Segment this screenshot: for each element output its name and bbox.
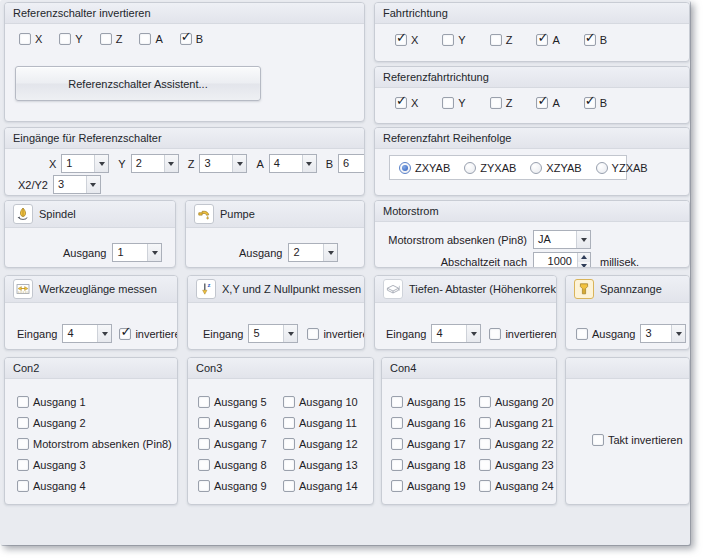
checkbox-fahrt-a[interactable]: A bbox=[536, 34, 559, 46]
select-spindel-ausgang[interactable]: 1 bbox=[112, 243, 162, 262]
checkbox-con2-ausgang-3[interactable]: Ausgang 3 bbox=[17, 459, 177, 471]
select-nullpunkt-eingang[interactable]: 5 bbox=[248, 324, 298, 343]
checkbox-con4-ausgang-23[interactable]: Ausgang 23 bbox=[479, 459, 554, 471]
checkbox-con3-ausgang-12[interactable]: Ausgang 12 bbox=[283, 438, 358, 450]
checkbox-reffahrt-b[interactable]: B bbox=[584, 97, 607, 109]
group-title: Referenzfahrt Reihenfolge bbox=[383, 132, 511, 144]
group-con4: Con4 Ausgang 15 Ausgang 16 Ausgang 17 Au… bbox=[381, 357, 557, 505]
checkbox-con4-ausgang-21[interactable]: Ausgang 21 bbox=[479, 417, 554, 429]
checkbox-con2-motorstrom-absenken[interactable]: Motorstrom absenken (Pin8) bbox=[17, 438, 177, 450]
dropdown-arrow-icon bbox=[164, 155, 178, 172]
checkbox-refinv-y[interactable]: Y bbox=[59, 33, 82, 45]
checkbox-spannzange[interactable]: Ausgang bbox=[576, 328, 635, 340]
dropdown-arrow-icon bbox=[671, 325, 685, 342]
select-eingang-y[interactable]: 2 bbox=[131, 154, 179, 173]
checkbox-label: X bbox=[35, 33, 42, 45]
select-werkzeug-eingang[interactable]: 4 bbox=[62, 324, 112, 343]
select-value: 3 bbox=[54, 176, 86, 193]
select-motorstrom-absenken[interactable]: JA bbox=[533, 230, 591, 249]
select-eingang-x2y2[interactable]: 3 bbox=[53, 175, 101, 194]
field-label: Eingang bbox=[17, 328, 57, 340]
group-motorstrom: Motorstrom Motorstrom absenken (Pin8) JA… bbox=[374, 200, 690, 268]
collet-icon bbox=[574, 279, 594, 299]
checkbox-con3-ausgang-8[interactable]: Ausgang 8 bbox=[198, 459, 283, 471]
checkbox-box bbox=[198, 417, 210, 429]
checkbox-con4-ausgang-20[interactable]: Ausgang 20 bbox=[479, 396, 554, 408]
checkbox-con3-ausgang-10[interactable]: Ausgang 10 bbox=[283, 396, 358, 408]
checkbox-label: B bbox=[600, 97, 607, 109]
spin-up-icon[interactable] bbox=[578, 253, 590, 262]
referenzschalter-assistent-button[interactable]: Referenzschalter Assistent... bbox=[15, 66, 261, 101]
checkbox-werkzeug-invertieren[interactable]: invertieren bbox=[119, 328, 178, 340]
select-eingang-b[interactable]: 6 bbox=[338, 154, 365, 173]
checkbox-con3-ausgang-13[interactable]: Ausgang 13 bbox=[283, 459, 358, 471]
checkbox-label: Ausgang 16 bbox=[407, 417, 466, 429]
field-label: Motorstrom absenken (Pin8) bbox=[375, 234, 527, 246]
checkbox-fahrt-z[interactable]: Z bbox=[490, 34, 513, 46]
select-pumpe-ausgang[interactable]: 2 bbox=[288, 243, 338, 262]
checkbox-reffahrt-y[interactable]: Y bbox=[442, 97, 465, 109]
abschaltzeit-spinner[interactable]: 1000 bbox=[533, 252, 591, 268]
radio-zyxab[interactable]: ZYXAB bbox=[464, 162, 516, 174]
checkbox-label: Ausgang 22 bbox=[495, 438, 554, 450]
checkbox-fahrt-b[interactable]: B bbox=[584, 34, 607, 46]
checkbox-con4-ausgang-17[interactable]: Ausgang 17 bbox=[391, 438, 479, 450]
checkbox-con4-ausgang-18[interactable]: Ausgang 18 bbox=[391, 459, 479, 471]
checkbox-box bbox=[59, 33, 71, 45]
checkbox-con4-ausgang-24[interactable]: Ausgang 24 bbox=[479, 480, 554, 492]
select-spannzange-ausgang[interactable]: 3 bbox=[640, 324, 686, 343]
group-referenzfahrt-reihenfolge: Referenzfahrt Reihenfolge ZXYAB ZYXAB XZ… bbox=[374, 127, 690, 196]
checkbox-label: Y bbox=[75, 33, 82, 45]
checkbox-con3-ausgang-5[interactable]: Ausgang 5 bbox=[198, 396, 283, 408]
checkbox-reffahrt-a[interactable]: A bbox=[536, 97, 559, 109]
checkbox-con3-ausgang-7[interactable]: Ausgang 7 bbox=[198, 438, 283, 450]
checkbox-con4-ausgang-16[interactable]: Ausgang 16 bbox=[391, 417, 479, 429]
checkbox-label: Ausgang 19 bbox=[407, 480, 466, 492]
checkbox-refinv-x[interactable]: X bbox=[19, 33, 42, 45]
checkbox-con3-ausgang-6[interactable]: Ausgang 6 bbox=[198, 417, 283, 429]
checkbox-label: invertieren bbox=[323, 328, 365, 340]
checkbox-nullpunkt-invertieren[interactable]: invertieren bbox=[307, 328, 365, 340]
checkbox-con4-ausgang-15[interactable]: Ausgang 15 bbox=[391, 396, 479, 408]
spin-down-icon[interactable] bbox=[578, 262, 590, 269]
group-xyz-nullpunkt-messen: z X,Y und Z Nullpunkt messen Eingang 5 i… bbox=[187, 275, 365, 350]
checkbox-con4-ausgang-19[interactable]: Ausgang 19 bbox=[391, 480, 479, 492]
select-value: 3 bbox=[641, 325, 671, 342]
select-eingang-z[interactable]: 3 bbox=[199, 154, 247, 173]
checkbox-fahrt-x[interactable]: X bbox=[395, 34, 418, 46]
axis-select-pair: Y2 bbox=[118, 154, 178, 173]
radio-yzxab[interactable]: YZXAB bbox=[596, 162, 648, 174]
dropdown-arrow-icon bbox=[94, 155, 108, 172]
checkbox-con2-ausgang-4[interactable]: Ausgang 4 bbox=[17, 480, 177, 492]
settings-panel: Referenzschalter invertieren X Y Z A B R… bbox=[0, 0, 690, 545]
checkbox-refinv-a[interactable]: A bbox=[139, 33, 162, 45]
checkbox-refinv-b[interactable]: B bbox=[180, 33, 203, 45]
checkbox-label: Ausgang 9 bbox=[214, 480, 267, 492]
checkbox-con3-ausgang-9[interactable]: Ausgang 9 bbox=[198, 480, 283, 492]
checkbox-takt-invertieren[interactable]: Takt invertieren bbox=[592, 434, 683, 446]
checkbox-box bbox=[283, 417, 295, 429]
radio-zxyab[interactable]: ZXYAB bbox=[399, 162, 450, 174]
select-tiefen-eingang[interactable]: 4 bbox=[431, 324, 481, 343]
svg-text:z: z bbox=[208, 282, 211, 288]
checkbox-box bbox=[442, 97, 454, 109]
checkbox-tiefen-invertieren[interactable]: invertieren bbox=[489, 328, 556, 340]
checkbox-con2-ausgang-1[interactable]: Ausgang 1 bbox=[17, 396, 177, 408]
select-eingang-a[interactable]: 4 bbox=[269, 154, 317, 173]
checkbox-refinv-z[interactable]: Z bbox=[100, 33, 123, 45]
checkbox-reffahrt-x[interactable]: X bbox=[395, 97, 418, 109]
checkbox-label: B bbox=[196, 33, 203, 45]
radio-xzyab[interactable]: XZYAB bbox=[530, 162, 581, 174]
select-eingang-x[interactable]: 1 bbox=[61, 154, 109, 173]
output-select-row: Ausgang 3 bbox=[576, 324, 689, 343]
checkbox-con4-ausgang-22[interactable]: Ausgang 22 bbox=[479, 438, 554, 450]
group-header: Pumpe bbox=[186, 201, 364, 228]
checkbox-box bbox=[391, 480, 403, 492]
checkbox-con3-ausgang-14[interactable]: Ausgang 14 bbox=[283, 480, 358, 492]
checkbox-con3-ausgang-11[interactable]: Ausgang 11 bbox=[283, 417, 358, 429]
checkbox-reffahrt-z[interactable]: Z bbox=[490, 97, 513, 109]
checkbox-con2-ausgang-2[interactable]: Ausgang 2 bbox=[17, 417, 177, 429]
depth-probe-icon bbox=[383, 279, 403, 299]
checkbox-box bbox=[490, 34, 502, 46]
checkbox-fahrt-y[interactable]: Y bbox=[442, 34, 465, 46]
